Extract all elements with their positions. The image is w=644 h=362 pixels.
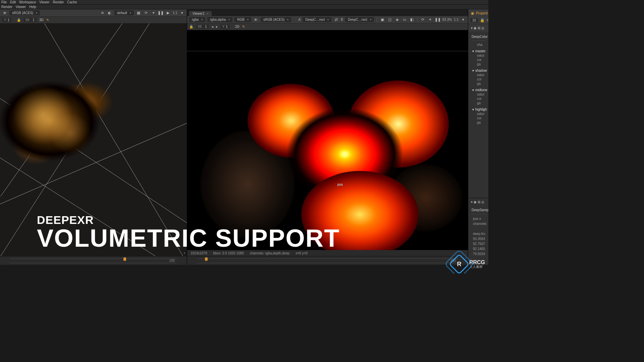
view-mode-2d[interactable]: 2D: [235, 25, 239, 28]
chevron-down-icon[interactable]: ▾: [179, 10, 185, 16]
node-header-deepcolor[interactable]: ▾ ◉ ⊞ ◎: [468, 24, 488, 32]
fstop-field-mid[interactable]: f/8 1: [196, 24, 209, 29]
node-title-2: DeepSamp: [471, 207, 486, 214]
menu-file[interactable]: File: [1, 0, 7, 4]
menu-viewer[interactable]: Viewer: [39, 0, 49, 4]
y-axis-field[interactable]: Y 1: [2, 18, 11, 22]
colorspace-dropdown-mid[interactable]: sRGB (ACES): [261, 17, 291, 22]
playhead-mid[interactable]: [205, 257, 208, 261]
timeline-end-left: 100: [169, 259, 175, 262]
menu-edit[interactable]: Edit: [10, 0, 16, 4]
timeline-left[interactable]: 100: [0, 256, 187, 265]
channel-alpha[interactable]: rgba.alpha: [207, 17, 232, 22]
a-input-label: A: [299, 18, 301, 21]
prop-section-highlight[interactable]: ▾highligh satur cor ga: [471, 108, 486, 124]
swap-icon[interactable]: ⇄: [333, 17, 339, 22]
pencil-icon[interactable]: ✎: [242, 25, 245, 28]
grid-icon[interactable]: ▦: [136, 10, 141, 16]
prop-deepfront: deep.fro: [473, 231, 486, 236]
settings-icon[interactable]: ✶: [151, 10, 156, 16]
menu-bar-secondary[interactable]: Render Viewer Help: [0, 5, 488, 9]
refresh-icon[interactable]: ⟳: [143, 10, 149, 16]
b-input-node[interactable]: DeepC…rect: [345, 17, 374, 22]
fstop-field[interactable]: f/8 1: [23, 18, 37, 22]
panel-deepsample: ▾ ◉ ⊞ ◎ DeepSamp pos x channels deep.fro…: [468, 198, 488, 265]
y-axis-field-mid[interactable]: Y 1: [220, 24, 230, 29]
node-header-deepsample[interactable]: ▾ ◉ ⊞ ◎: [471, 200, 486, 205]
lock-icon[interactable]: 🔒: [17, 18, 21, 22]
timeline-mid[interactable]: 100: [187, 256, 468, 265]
triangle-down-icon[interactable]: ▾: [472, 49, 474, 53]
prop-section-midtone[interactable]: ▾midtone satur cor ga: [471, 88, 486, 105]
properties-count[interactable]: 10: [470, 18, 478, 22]
sample-value-1: 92.7507: [473, 241, 486, 246]
center-icon[interactable]: ⊞: [478, 200, 480, 205]
wireframe-icon[interactable]: ≋: [100, 10, 105, 16]
triangle-down-icon[interactable]: ▾: [471, 26, 473, 30]
viewer-tabs: Viewer1 ×: [187, 9, 468, 16]
settings-icon[interactable]: ✶: [428, 17, 433, 22]
toggle-icon[interactable]: ◉: [474, 26, 477, 30]
channel-rgb[interactable]: RGB: [234, 17, 251, 22]
toggle-icon[interactable]: ◉: [474, 200, 477, 205]
a-input-node[interactable]: DeepC…rect: [303, 17, 331, 22]
menu2-help[interactable]: Help: [29, 5, 36, 9]
menu-workspace[interactable]: Workspace: [19, 0, 36, 4]
refresh-icon[interactable]: ⟳: [420, 17, 426, 22]
status-channels: channels: rgba,depth,deep: [250, 251, 289, 255]
zoom-ratio[interactable]: 1:1: [454, 18, 459, 21]
eye-icon[interactable]: 👁: [253, 17, 259, 22]
play-icon[interactable]: ▶: [165, 10, 171, 16]
close-icon[interactable]: ×: [207, 12, 208, 15]
display-default[interactable]: default: [114, 10, 134, 15]
prop-section-master[interactable]: ▾master satur cor ga: [471, 49, 486, 66]
triangle-down-icon[interactable]: ▾: [472, 88, 474, 92]
menu-cache[interactable]: Cache: [67, 0, 77, 4]
menu2-viewer[interactable]: Viewer: [16, 5, 26, 9]
viewport-3d[interactable]: ▾: [0, 23, 187, 256]
playhead-left[interactable]: [123, 257, 126, 261]
status-resolution: 1919x1079: [191, 251, 207, 255]
proxy-icon[interactable]: ◈: [394, 17, 400, 22]
channel-rgba[interactable]: rgba: [189, 17, 205, 22]
wipe-icon[interactable]: ◧: [409, 17, 415, 22]
mask-icon[interactable]: ◎: [481, 200, 484, 205]
menu-bar[interactable]: File Edit Workspace Viewer Render Cache: [0, 0, 488, 5]
zoom-label[interactable]: 1:1: [173, 11, 177, 15]
resize-handle-icon[interactable]: ▾: [184, 251, 185, 255]
overlay-icon[interactable]: ▭: [402, 17, 407, 22]
menu2-render[interactable]: Render: [1, 5, 12, 9]
properties-tab[interactable]: ▣ Properti: [468, 9, 488, 17]
chevron-down-icon[interactable]: ▾: [461, 17, 466, 22]
tab-viewer1[interactable]: Viewer1 ×: [189, 11, 212, 16]
roi-icon[interactable]: ▣: [380, 17, 385, 22]
triangle-down-icon[interactable]: ▾: [472, 69, 474, 72]
viewport-2d[interactable]: pos: [187, 30, 468, 250]
prop-section-shadow[interactable]: ▾shadow satur cor ga: [471, 69, 486, 85]
status-bbox: bbox: 0 0 1920 1080: [213, 251, 244, 255]
view-mode-3d[interactable]: 3D: [39, 18, 44, 22]
triangle-down-icon[interactable]: ▾: [471, 200, 473, 205]
pencil-icon[interactable]: ✎: [46, 18, 49, 22]
properties-toolbar: 10 🔒 ⌫ ⤢: [468, 17, 488, 24]
step-fwd-icon[interactable]: ▸: [216, 25, 218, 28]
pause-icon[interactable]: ❚❚: [435, 17, 440, 22]
zoom-pct[interactable]: 83.3%: [442, 18, 452, 21]
lock-icon[interactable]: 🔒: [189, 25, 193, 28]
colorspace-dropdown[interactable]: sRGB (ACES): [9, 10, 40, 15]
panel-3d-viewer: 👁 sRGB (ACES) ≋ ◐ default ▦ ⟳ ✶ ❚❚ ▶ 1:1…: [0, 9, 187, 265]
clip-icon[interactable]: ◫: [387, 17, 392, 22]
eye-icon[interactable]: 👁: [2, 10, 7, 16]
center-icon[interactable]: ⊞: [478, 26, 480, 30]
menu-render[interactable]: Render: [53, 0, 64, 4]
mask-icon[interactable]: ◎: [481, 26, 484, 30]
triangle-down-icon[interactable]: ▾: [472, 108, 474, 111]
step-back-icon[interactable]: ◂: [212, 25, 213, 28]
panel-2d-viewer: Viewer1 × rgba rgba.alpha RGB 👁 sRGB (AC…: [187, 9, 468, 265]
clear-icon[interactable]: ⌫: [487, 18, 488, 23]
shaded-icon[interactable]: ◐: [107, 10, 112, 16]
sample-value-2: 92.1455: [473, 246, 486, 251]
panel-icon: ▣: [471, 11, 474, 15]
lock-icon[interactable]: 🔒: [480, 18, 485, 23]
pause-icon[interactable]: ❚❚: [158, 10, 163, 16]
